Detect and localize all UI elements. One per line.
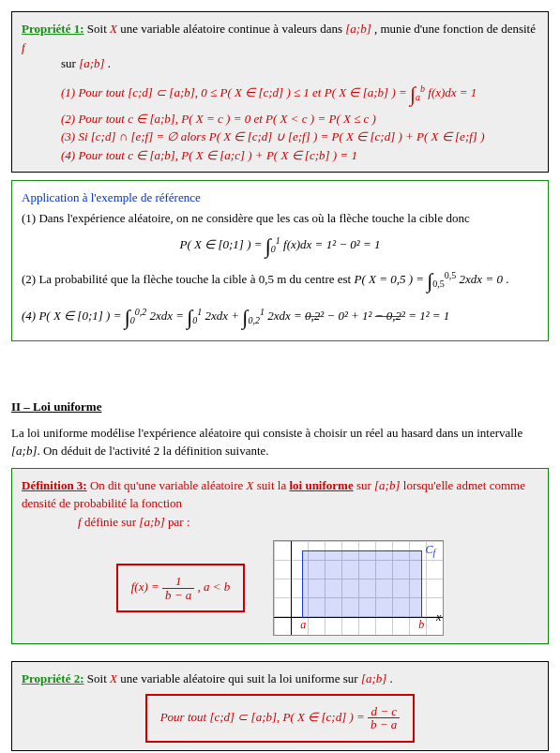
property-1-line-3: (3) Si [c;d] ∩ [e;f] = ∅ alors P( X ∈ [c…	[22, 128, 538, 146]
property-2-text: Propriété 2: Soit X une variable aléatoi…	[22, 670, 538, 688]
property-1-line-1: (1) Pour tout [c;d] ⊂ [a;b], 0 ≤ P( X ∈ …	[22, 79, 538, 110]
property-2-formula: Pour tout [c;d] ⊂ [a;b], P( X ∈ [c;d] ) …	[145, 694, 416, 743]
definition-3-text: Définition 3: On dit qu'une variable alé…	[22, 476, 538, 532]
uniform-distribution-chart: a b Cf x	[273, 540, 444, 636]
definition-3-formula: f(x) = 1b − a , a < b	[116, 564, 246, 612]
application-line-4: (4) P( X ∈ [0;1] ) = ∫00,2 2xdx = ∫01 2x…	[22, 302, 538, 333]
section-2-heading: II – Loi uniforme	[11, 398, 549, 416]
application-line-1: (1) Dans l'expérience aléatoire, on ne c…	[22, 209, 538, 228]
property-1-line-4: (4) Pour tout c ∈ [a;b], P( X ∈ [a;c] ) …	[22, 146, 538, 165]
property-1-intro: Propriété 1: Soit X une variable aléatoi…	[22, 20, 538, 73]
section-2-paragraph: La loi uniforme modélise l'expérience al…	[11, 424, 549, 460]
application-box: Application à l'exemple de référence (1)…	[11, 180, 549, 341]
application-line-2: (2) La probabilité que la flèche touche …	[22, 265, 538, 296]
application-formula-1: P( X ∈ [0;1] ) = ∫01 f(x)dx = 1² − 0² = …	[22, 231, 538, 262]
definition-3-box: Définition 3: On dit qu'une variable alé…	[11, 468, 549, 645]
property-1-line-2: (2) Pour tout c ∈ [a;b], P( X = c ) = 0 …	[22, 110, 538, 128]
property-1-box: Propriété 1: Soit X une variable aléatoi…	[11, 11, 549, 173]
application-title: Application à l'exemple de référence	[22, 188, 538, 207]
property-1-title: Propriété 1:	[22, 22, 84, 36]
property-2-box: Propriété 2: Soit X une variable aléatoi…	[11, 661, 549, 751]
